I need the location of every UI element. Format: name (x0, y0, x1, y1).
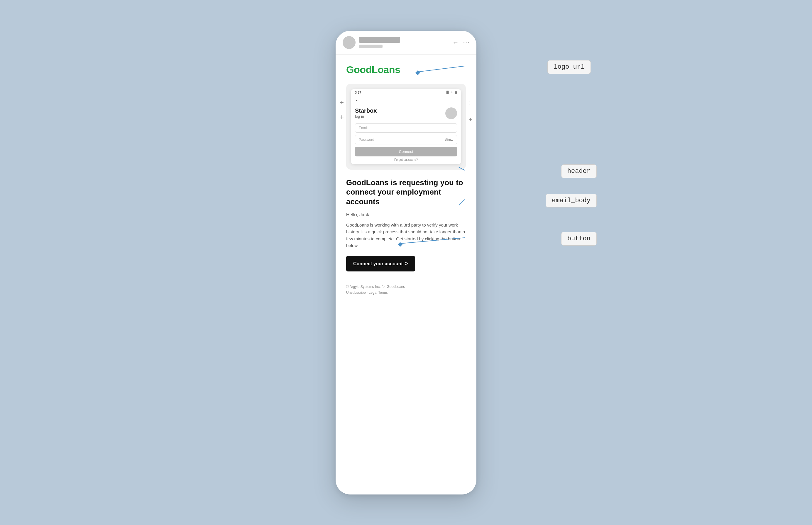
inner-status-bar: 3:27 ▐▌ ᯤ ▓ (351, 89, 461, 96)
annotation-button: button (561, 232, 597, 246)
inner-back-arrow[interactable]: ← (355, 97, 360, 103)
phone-topbar: ← ⋯ (336, 31, 476, 55)
inner-time: 3:27 (355, 91, 361, 94)
phone-content: GoodLoans + + + + 3:27 ▐▌ ᯤ ▓ (336, 55, 476, 302)
inner-phone-wrapper: + + + + 3:27 ▐▌ ᯤ ▓ ← (346, 84, 466, 170)
annotation-email-body: email_body (546, 194, 597, 208)
inner-connect-button[interactable]: Connect (355, 147, 457, 156)
url-text (359, 37, 400, 43)
inner-company-logo (445, 107, 457, 119)
back-icon[interactable]: ← (453, 39, 459, 46)
url-bar (359, 37, 449, 48)
annotation-logo-url: logo_url (547, 60, 591, 74)
connect-btn-label: Connect your account (353, 261, 403, 267)
wifi-icon: ᯤ (451, 91, 454, 94)
inner-email-input[interactable]: Email (355, 123, 457, 133)
battery-icon: ▓ (455, 91, 457, 94)
connect-account-button[interactable]: Connect your account > (346, 256, 415, 271)
inner-nav: ← (351, 96, 461, 106)
email-body: GoodLoans is working with a 3rd party to… (346, 222, 466, 249)
plus-icon-left-top: + (340, 98, 344, 106)
email-footer-links: Unsubscribe · Legal Terms (346, 290, 466, 295)
inner-show-button[interactable]: Show (445, 138, 453, 141)
plus-icon-right-top: + (468, 98, 472, 108)
inner-status-icons: ▐▌ ᯤ ▓ (446, 91, 457, 94)
inner-header: Starbox log in (351, 106, 461, 122)
connect-btn-arrow-icon: > (405, 260, 408, 267)
plus-icon-right-bottom: + (469, 116, 472, 123)
email-divider (346, 280, 466, 280)
inner-password-row: Password Show (355, 135, 457, 145)
more-icon[interactable]: ⋯ (463, 39, 469, 46)
email-section: GoodLoans is requesting you to connect y… (346, 178, 466, 302)
scene: ← ⋯ GoodLoans + + + + 3:27 (201, 20, 611, 505)
email-greeting: Hello, Jack (346, 212, 466, 217)
annotation-header: header (561, 164, 597, 178)
goodloans-logo: GoodLoans (346, 64, 466, 75)
inner-phone: 3:27 ▐▌ ᯤ ▓ ← Starbox log in (351, 89, 461, 164)
signal-icon: ▐▌ (446, 91, 450, 94)
email-header: GoodLoans is requesting you to connect y… (346, 178, 466, 207)
email-footer-copyright: © Argyle Systems Inc. for GoodLoans (346, 285, 466, 289)
plus-icon-left-bottom: + (340, 113, 344, 121)
logo-loans: Loans (372, 64, 400, 75)
logo-text: GoodLoans (346, 64, 400, 75)
inner-company-name: Starbox (355, 107, 377, 114)
inner-password-label: Password (359, 138, 374, 142)
inner-company-info: Starbox log in (355, 107, 377, 119)
logo-good: Good (346, 64, 372, 75)
inner-form: Email Password Show Connect Forgot passw… (351, 122, 461, 164)
phone-frame: ← ⋯ GoodLoans + + + + 3:27 (336, 31, 476, 494)
inner-forgot-password[interactable]: Forgot password? (355, 158, 457, 161)
avatar (343, 36, 355, 49)
inner-login-label: log in (355, 114, 377, 119)
browser-icons: ← ⋯ (453, 39, 469, 46)
url-sub (359, 45, 383, 48)
